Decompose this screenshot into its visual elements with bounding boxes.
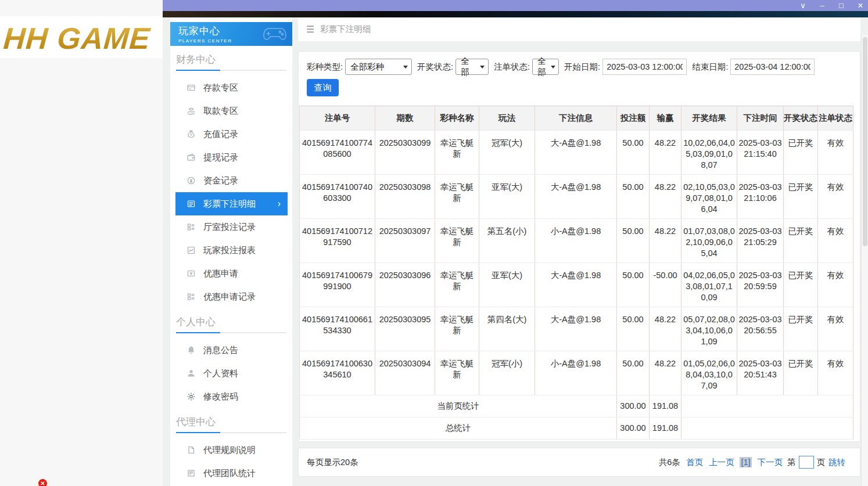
table-cell: 已开奖	[784, 307, 818, 351]
close-icon[interactable]: ×	[856, 0, 865, 11]
sidebar-item-user[interactable]: 个人资料	[175, 362, 288, 385]
sidebar-header: 玩家中心 PLAYERS CENTER	[170, 22, 292, 46]
sidebar-item-label: 提现记录	[203, 152, 238, 163]
gear-icon	[186, 392, 196, 401]
sidebar-item-hall-records[interactable]: 厅室投注记录	[175, 215, 288, 239]
table-cell: 401569174100679991900	[300, 263, 375, 307]
pagination-bar: 每页显示20条 共6条 首页 上一页 [1] 下一页 第 页 跳转	[298, 448, 860, 477]
table-cell: 大-A盘@1.98	[535, 131, 617, 175]
chevron-down-icon[interactable]: ∨	[799, 0, 807, 11]
sidebar-item-label: 优惠申请记录	[203, 291, 256, 303]
sidebar-item-label: 个人资料	[203, 368, 238, 379]
draw-status-select[interactable]: 全部	[455, 59, 489, 75]
table-cell: 第五名(小)	[479, 219, 535, 263]
current-page-indicator[interactable]: [1]	[740, 457, 751, 467]
table-cell: 有效	[818, 351, 853, 395]
gamepad-icon	[262, 24, 288, 45]
sidebar-item-deposit-card[interactable]: 存款专区	[175, 76, 288, 99]
summary-winloss-total: 191.08	[650, 395, 682, 417]
jump-go-link[interactable]: 跳转	[828, 457, 845, 468]
column-header: 期数	[375, 106, 435, 131]
table-cell: 401569174100712917590	[300, 219, 375, 263]
end-date-input[interactable]	[730, 59, 815, 75]
table-cell: -50.00	[650, 263, 682, 307]
window-titlebar: ∨ – □ ×	[163, 0, 868, 11]
jump-page-input[interactable]	[799, 456, 814, 469]
sidebar-item-label: 彩票下注明细	[203, 199, 256, 210]
sidebar-item-funds[interactable]: 资金记录	[175, 169, 288, 192]
minimize-icon[interactable]: –	[818, 0, 826, 11]
sidebar-item-bell[interactable]: 消息公告	[175, 339, 288, 362]
table-cell: 大-A盘@1.98	[535, 263, 617, 307]
table-cell: 有效	[818, 263, 853, 307]
sidebar-item-report-chart[interactable]: 玩家投注报表	[175, 239, 288, 262]
table-cell: 01,07,03,08,02,10,09,06,05,04	[682, 219, 737, 263]
table-row: 40156917410077408560020250303099幸运飞艇新冠军(…	[300, 131, 853, 175]
table-cell: 已开奖	[784, 219, 818, 263]
sidebar-item-document[interactable]: 代理规则说明	[175, 438, 288, 462]
section-divider	[176, 432, 286, 433]
table-cell: 冠军(小)	[479, 351, 535, 395]
report-chart-icon	[186, 246, 196, 255]
sidebar-item-promo-records[interactable]: 优惠申请记录	[175, 285, 288, 308]
table-cell: 2025-03-03 21:15:40	[737, 131, 784, 175]
chevron-right-icon: ›	[278, 199, 288, 209]
scrollbar-thumb[interactable]	[863, 37, 867, 246]
maximize-icon[interactable]: □	[837, 0, 845, 11]
summary-row: 总统计300.00191.08	[300, 417, 853, 440]
money-bag-icon	[186, 129, 196, 139]
app-window: ∨ – □ × 玩家中心 PLAYERS CENTER 财务中心存款专区取款专区…	[163, 0, 868, 486]
table-cell: 48.22	[650, 351, 682, 395]
table-cell: 48.22	[650, 307, 682, 351]
sidebar-item-label: 存款专区	[203, 82, 238, 93]
table-cell: 亚军(大)	[479, 263, 535, 307]
table-cell: 幸运飞艇新	[435, 219, 479, 263]
first-page-link[interactable]: 首页	[686, 457, 703, 468]
prev-page-link[interactable]: 上一页	[709, 457, 734, 468]
sidebar-item-money-bag[interactable]: 充值记录	[175, 123, 288, 146]
window-controls: ∨ – □ ×	[799, 0, 865, 11]
sidebar-item-label: 修改密码	[203, 391, 238, 402]
sidebar-item-promo-ticket[interactable]: 优惠申请	[175, 262, 288, 285]
query-button[interactable]: 查询	[307, 79, 339, 96]
table-cell: 第四名(大)	[479, 307, 535, 351]
table-cell: 已开奖	[784, 351, 818, 395]
lottery-type-select[interactable]: 全部彩种	[345, 59, 412, 75]
chevron-down-icon	[403, 66, 408, 69]
sidebar-item-withdraw-hand[interactable]: 取款专区	[175, 99, 288, 123]
section-divider	[176, 70, 286, 71]
jump-prefix-label: 第	[787, 457, 796, 468]
end-date-label: 结束日期:	[692, 62, 728, 73]
summary-empty	[682, 417, 853, 440]
vertical-scrollbar[interactable]	[861, 35, 868, 486]
total-count-text: 共6条	[659, 457, 680, 468]
start-date-label: 开始日期:	[564, 62, 600, 73]
section-title: 代理中心	[176, 415, 286, 429]
table-cell: 2025-03-03 21:05:29	[737, 219, 784, 263]
table-row: 40156917410067999190020250303096幸运飞艇新亚军(…	[300, 263, 853, 307]
sidebar-item-label: 优惠申请	[203, 268, 238, 279]
sidebar-item-wallet[interactable]: 提现记录	[175, 146, 288, 169]
table-cell: 20250303096	[375, 263, 435, 307]
column-header: 彩种名称	[435, 106, 479, 131]
broken-image-icon: ✕	[38, 479, 47, 486]
start-date-input[interactable]	[602, 59, 687, 75]
page-header: ☰ 彩票下注明细	[298, 17, 860, 41]
hamburger-menu-icon[interactable]: ☰	[306, 24, 314, 35]
sidebar-item-gear[interactable]: 修改密码	[175, 385, 288, 408]
sidebar-item-bet-list[interactable]: 彩票下注明细›	[175, 192, 288, 215]
content-panel: 彩种类型: 全部彩种 开奖状态: 全部 注单状态: 全部	[298, 51, 860, 442]
table-cell: 2025-03-03 20:59:59	[737, 263, 784, 307]
brand-logo: HH GAME	[2, 21, 152, 56]
table-cell: 亚军(大)	[479, 175, 535, 219]
next-page-link[interactable]: 下一页	[758, 457, 783, 468]
sidebar-item-newspaper[interactable]: 代理团队统计	[175, 462, 288, 485]
section-title: 财务中心	[176, 53, 286, 66]
column-header: 注单状态	[818, 106, 853, 131]
column-header: 输赢	[650, 106, 682, 131]
table-cell: 已开奖	[784, 263, 818, 307]
sidebar-item-label: 取款专区	[203, 106, 238, 117]
order-status-select[interactable]: 全部	[532, 59, 559, 75]
table-cell: 48.22	[650, 175, 682, 219]
app-body: 玩家中心 PLAYERS CENTER 财务中心存款专区取款专区充值记录提现记录…	[163, 17, 868, 486]
